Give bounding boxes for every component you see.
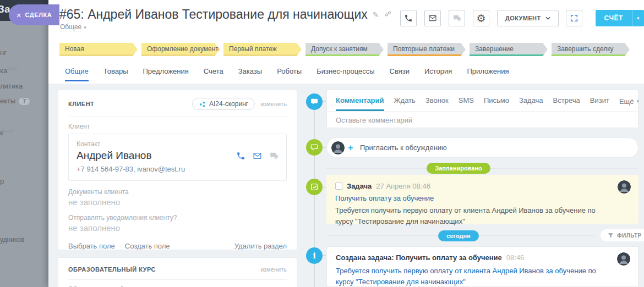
envelope-icon[interactable] [253,151,262,161]
client-section-title: КЛИЕНТ [68,101,94,107]
expand-icon [570,14,578,23]
ai-scoring-label: AI24-скоринг [209,100,248,108]
comment-input[interactable]: Оставьте комментарий [327,112,638,129]
call-button[interactable] [400,10,417,26]
add-user-icon[interactable]: + [348,142,353,153]
deal-toolbar: ⚙ ДОКУМЕНТ СЧЁТ ▾ [400,10,644,26]
phone-icon[interactable] [236,151,245,161]
compose-tab-visit[interactable]: Визит [590,96,609,111]
stage-label: Оформление документов [147,45,226,53]
stage-7[interactable]: Завершить сделку [552,43,630,56]
invoice-button-label[interactable]: СЧЁТ [596,10,632,26]
tab-svyazi[interactable]: Связи [390,67,410,81]
timeline-compose-card: Комментарий Ждать Звонок SMS Письмо Зада… [326,90,638,128]
stage-label: Завершить сделку [557,45,614,53]
expand-fullscreen-button[interactable] [566,10,582,26]
funnel-icon [608,233,614,239]
compose-tab-task[interactable]: Задача [519,96,543,111]
tab-zakazy[interactable]: Заказы [238,67,262,81]
delete-section-link[interactable]: Удалить раздел [234,242,287,250]
tab-roboty[interactable]: Роботы [277,67,302,81]
email-button[interactable] [424,10,441,26]
copy-link-icon[interactable] [384,10,392,19]
filter-label: ФИЛЬТР [617,233,642,239]
field-value[interactable]: не заполнено [68,223,287,233]
tab-tovary[interactable]: Товары [103,67,128,81]
tab-obshchie[interactable]: Общие [65,67,89,81]
stage-5[interactable]: Повторные платежи [388,43,466,56]
stage-6[interactable]: Завершение [470,43,548,56]
category-label[interactable]: Общее [60,23,81,31]
sidebar-item-fragment: литика [0,82,23,90]
deal-category-selector[interactable]: Общее ▾ [60,23,86,31]
sidebar-item-fragment: каbeta [0,66,17,75]
sidebar-item-fragment: кbeta [0,128,13,137]
document-dropdown-button[interactable]: ДОКУМЕНТ [497,10,559,26]
invite-label: Пригласить к обсуждению [360,144,447,152]
compose-tab-sms[interactable]: SMS [459,96,474,111]
course-section-title: ОБРАЗОВАТЕЛЬНЫЙ КУРС [68,266,156,273]
invoice-split-button[interactable]: СЧЁТ ▾ [596,10,644,26]
course-section-card: ОБРАЗОВАТЕЛЬНЫЙ КУРС изменить Образовате… [58,257,297,287]
compose-tab-meeting[interactable]: Встреча [553,96,580,111]
tab-istoriya[interactable]: История [424,67,452,81]
stage-label: Завершение [475,45,514,53]
stage-label: Новая [65,45,84,53]
info-stream-icon: i [306,247,323,264]
stage-3[interactable]: Первый платеж [223,43,302,56]
settings-button[interactable]: ⚙ [473,10,489,26]
sidebar-item-fragment: екты7 [0,97,30,105]
select-field-link[interactable]: Выбрать поле [68,242,115,250]
chat-bubbles-icon[interactable] [269,151,279,161]
chevron-down-icon [545,16,550,20]
task-title-link[interactable]: Получить оплату за обучение [335,194,630,202]
stage-1[interactable]: Новая [59,43,138,56]
stage-2[interactable]: Оформление документов [141,43,220,56]
client-section-card: КЛИЕНТ AI24-скоринг изменить Клиент Конт… [58,89,297,250]
tab-prilozheniya[interactable]: Приложения [467,67,509,81]
beta-label: beta [3,128,13,134]
course-edit-link[interactable]: изменить [260,266,287,273]
contact-details: +7 914 564-97-83, ivanov@test.ru [77,165,279,173]
compose-tab-comment[interactable]: Комментарий [336,96,384,111]
info-icon: i [313,251,316,261]
comment-stream-icon [306,93,323,110]
phone-icon [404,14,413,23]
event-title: Создана задача: Получить оплату за обуче… [336,253,502,262]
close-icon[interactable]: × [17,11,21,19]
today-badge: сегодня [438,230,478,241]
edit-title-icon[interactable]: ✎ [373,10,379,19]
avatar[interactable] [331,141,345,154]
compose-tab-letter[interactable]: Письмо [484,96,509,111]
ai-scoring-button[interactable]: AI24-скоринг [192,98,255,110]
compose-tab-wait[interactable]: Ждать [394,96,416,111]
tab-biznes-processy[interactable]: Бизнес-процессы [316,67,374,81]
tab-scheta[interactable]: Счета [204,67,223,81]
slider-close-tab[interactable]: × СДЕЛКА [9,4,59,25]
ai-scoring-icon [199,101,206,108]
tab-predlozheniya[interactable]: Предложения [143,67,188,81]
field-value[interactable]: не заполнено [68,197,287,207]
planned-badge: Запланировано [427,163,490,174]
timeline-filter-button[interactable]: ФИЛЬТР [601,229,644,241]
chat-button[interactable] [449,10,465,26]
task-complete-checkbox[interactable] [335,183,342,190]
compose-tabs: Комментарий Ждать Звонок SMS Письмо Зада… [327,90,638,112]
invoice-dropdown-caret[interactable]: ▾ [632,10,644,26]
create-field-link[interactable]: Создать поле [125,242,170,250]
client-edit-link[interactable]: изменить [260,101,287,107]
invite-to-discussion[interactable]: + Пригласить к обсуждению [326,137,638,158]
compose-tab-more[interactable]: Ещё ▾ [619,96,639,111]
dimmed-background-sidebar: За нг каbeta литика екты7 кbeta р уднико… [0,0,48,287]
avatar[interactable] [617,252,630,266]
avatar[interactable] [618,180,631,194]
chevron-down-icon: ▾ [84,25,86,30]
stage-4[interactable]: Допуск к занятиям [305,43,384,56]
contact-name[interactable]: Андрей Иванов [77,150,152,162]
compose-tab-call[interactable]: Звонок [425,96,449,111]
envelope-icon [428,14,437,23]
task-datetime: 27 Апреля 08:46 [376,182,430,190]
sidebar-item-fragment: р [0,177,4,185]
task-description: Требуется получить первую оплату от клие… [335,205,630,227]
event-description-link[interactable]: Требуется получить первую оплату от клие… [336,266,629,287]
